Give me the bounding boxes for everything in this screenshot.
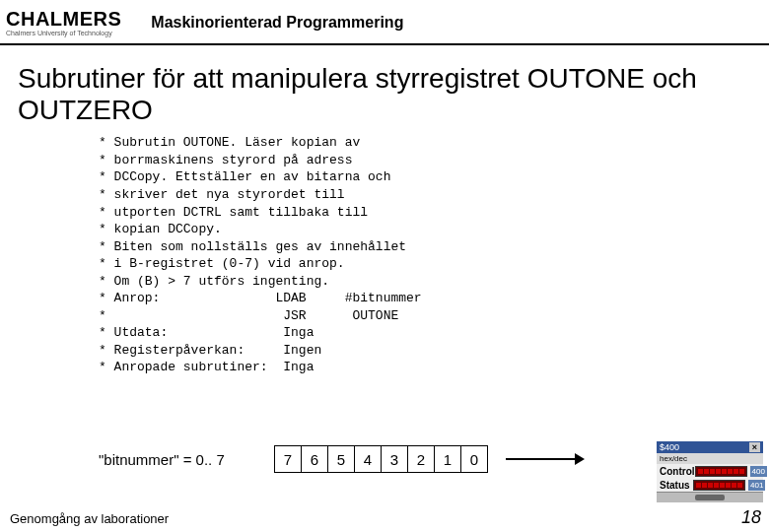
logo-main: CHALMERS <box>6 9 121 29</box>
chalmers-logo: CHALMERS Chalmers University of Technolo… <box>6 9 121 36</box>
bit-cell: 0 <box>460 446 487 473</box>
slide-title: Subrutiner för att manipulera styrregist… <box>18 63 751 126</box>
bit-cell: 7 <box>274 446 301 473</box>
logo-sub: Chalmers University of Technology <box>6 30 121 36</box>
course-title: Maskinorienterad Programmering <box>151 14 403 32</box>
io-module: $400 × hex/dec Control 400 Status 401 <box>657 441 763 502</box>
bit-table: 7 6 5 4 3 2 1 0 <box>274 445 488 473</box>
bit-cell: 5 <box>327 446 354 473</box>
module-row-status: Status 401 <box>657 478 763 492</box>
module-row-addr: 401 <box>748 480 765 491</box>
footer-text: Genomgång av laborationer <box>10 511 169 526</box>
arrow-icon <box>506 453 585 465</box>
module-sub: hex/dec <box>657 453 763 464</box>
bit-cell: 3 <box>381 446 407 473</box>
module-address: $400 <box>660 442 679 452</box>
bit-cell: 6 <box>301 446 327 473</box>
module-row-control: Control 400 <box>657 464 763 478</box>
close-icon: × <box>749 442 760 452</box>
lower-row: "bitnummer" = 0.. 7 7 6 5 4 3 2 1 0 <box>0 445 769 473</box>
page-number: 18 <box>741 507 761 528</box>
module-row-addr: 400 <box>750 466 767 477</box>
bit-cell: 4 <box>354 446 381 473</box>
bitnum-label: "bitnummer" = 0.. 7 <box>99 451 225 468</box>
module-connector <box>657 492 763 502</box>
slide-header: CHALMERS Chalmers University of Technolo… <box>0 0 769 45</box>
bit-cell: 2 <box>407 446 434 473</box>
led-strip <box>695 466 747 477</box>
bit-cell: 1 <box>434 446 460 473</box>
module-row-label: Status <box>660 480 693 491</box>
module-row-label: Control <box>660 466 695 477</box>
module-titlebar: $400 × <box>657 441 763 453</box>
code-comment-block: * Subrutin OUTONE. Läser kopian av * bor… <box>99 134 769 376</box>
led-strip <box>693 480 745 491</box>
